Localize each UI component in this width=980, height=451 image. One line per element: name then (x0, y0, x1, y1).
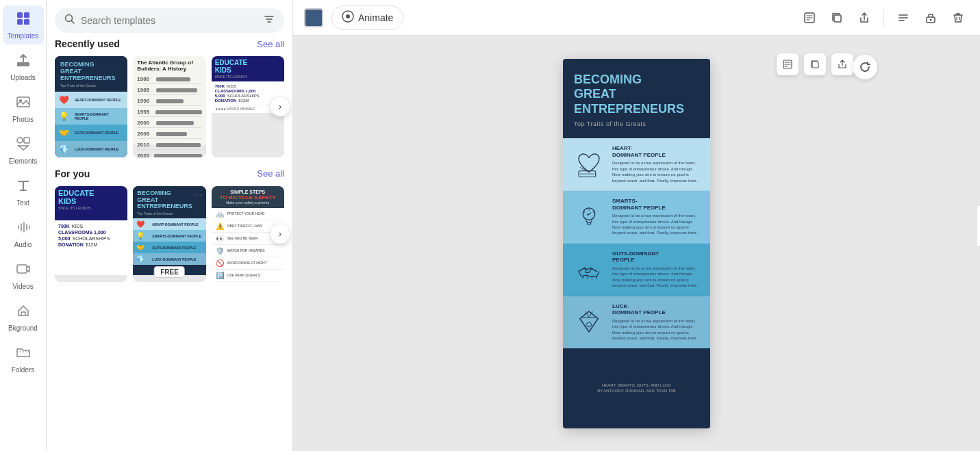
for-you-header: For you See all (55, 168, 284, 179)
panel-collapse-toggle[interactable]: ‹ (977, 205, 980, 246)
photos-icon (16, 94, 31, 113)
search-bar (47, 0, 292, 38)
filter-icon[interactable] (264, 14, 275, 27)
infographic-section-heart-text: HEART-DOMINANT PEOPLE Designed to be a t… (612, 145, 702, 183)
free-badge: FREE (154, 266, 185, 278)
handshake-icon (571, 252, 607, 287)
for-you-section: For you See all EDUCATEKIDS SINCE ITS LA… (47, 168, 292, 293)
svg-rect-2 (17, 19, 23, 25)
more-options-icon[interactable]: ⋯ (192, 190, 202, 201)
section-guts-body: Designed to be a true expression of the … (612, 266, 702, 289)
section-smarts-title: SMARTS-DOMINANT PEOPLE (612, 198, 702, 211)
svg-marker-22 (581, 311, 597, 318)
refresh-button[interactable] (853, 55, 877, 79)
template-card-educate-foryou[interactable]: EDUCATEKIDS SINCE ITS LAUNCH... 700K KID… (55, 186, 127, 282)
svg-rect-1 (24, 12, 29, 18)
canvas-toolbar: Animate (293, 0, 980, 36)
infographic-subtitle: Top Traits of the Greats (574, 120, 699, 127)
sidebar-item-text[interactable]: Text (3, 172, 44, 211)
sidebar-item-audio[interactable]: Audio (3, 214, 44, 253)
svg-rect-4 (17, 62, 29, 66)
card-duplicate-btn[interactable] (804, 53, 826, 75)
svg-rect-3 (24, 19, 29, 25)
template-card-atlantic[interactable]: The Atlantic Group ofBuilders: A History… (133, 56, 205, 157)
template-card-entrepreneurs-recent[interactable]: BECOMINGGREATENTREPRENEURS Top Traits of… (55, 56, 127, 157)
svg-marker-21 (580, 311, 598, 332)
canvas-content: BECOMING GREAT ENTREPRENEURS Top Traits … (293, 36, 980, 451)
section-smarts-body: Designed to be a true expression of the … (612, 213, 702, 236)
audio-icon (16, 220, 31, 238)
notes-button[interactable] (799, 7, 820, 29)
search-input-wrapper[interactable] (55, 8, 284, 33)
card-share-btn[interactable] (831, 53, 853, 75)
template-card-entrepreneurs-foryou[interactable]: ⋯ BECOMINGGREATENTREPRENEURS Top Traits … (133, 186, 205, 282)
sidebar-item-templates[interactable]: Templates (3, 5, 44, 44)
section-guts-title: GUTS-DOMINANTPEOPLE (612, 250, 702, 263)
sidebar-item-photos[interactable]: Photos (3, 89, 44, 128)
infographic-section-luck: LUCK-DOMINANT PEOPLE Designed to be a tr… (563, 296, 710, 349)
sidebar-item-folders[interactable]: Folders (3, 339, 44, 378)
recently-used-row: BECOMINGGREATENTREPRENEURS Top Traits of… (55, 56, 284, 157)
section-luck-body: Designed to be a true expression of the … (612, 318, 702, 342)
sidebar-item-folders-label: Folders (12, 366, 34, 374)
sidebar-item-templates-label: Templates (8, 32, 39, 40)
sidebar-item-background[interactable]: Bkground (3, 298, 44, 337)
infographic-section-luck-text: LUCK-DOMINANT PEOPLE Designed to be a tr… (612, 303, 702, 342)
search-input[interactable] (81, 15, 258, 26)
bulb-icon (571, 199, 607, 235)
lock-button[interactable] (920, 7, 942, 29)
sidebar: Templates Uploads Photos (0, 0, 47, 451)
sidebar-item-uploads[interactable]: Uploads (3, 47, 44, 86)
background-icon (16, 303, 31, 322)
sidebar-item-text-label: Text (16, 199, 29, 207)
sidebar-item-videos[interactable]: Videos (3, 256, 44, 295)
sidebar-item-elements[interactable]: Elements (3, 131, 44, 170)
for-you-see-all[interactable]: See all (257, 168, 284, 179)
diamond-icon (571, 304, 607, 339)
recently-used-header: Recently used See all (55, 38, 284, 49)
for-you-row: EDUCATEKIDS SINCE ITS LAUNCH... 700K KID… (55, 186, 284, 282)
animate-label: Animate (358, 12, 393, 23)
for-you-carousel-next[interactable]: › (271, 224, 290, 244)
sidebar-item-audio-label: Audio (14, 241, 32, 249)
sidebar-item-bkground-label: Bkground (8, 324, 38, 333)
svg-rect-0 (17, 12, 23, 18)
share-button[interactable] (853, 7, 875, 29)
elements-icon (16, 136, 31, 155)
card-notes-btn[interactable] (777, 53, 799, 75)
infographic-header: BECOMING GREAT ENTREPRENEURS Top Traits … (563, 59, 710, 139)
infographic-card[interactable]: BECOMING GREAT ENTREPRENEURS Top Traits … (563, 59, 710, 428)
canvas-area: Animate (293, 0, 980, 451)
svg-point-16 (930, 18, 932, 21)
folders-icon (16, 345, 31, 363)
infographic-section-smarts-text: SMARTS-DOMINANT PEOPLE Designed to be a … (612, 198, 702, 236)
templates-panel: Recently used See all BECOMINGGREATENTRE… (47, 0, 293, 451)
recently-used-title: Recently used (55, 38, 120, 49)
infographic-section-guts: GUTS-DOMINANTPEOPLE Designed to be a tru… (563, 244, 710, 296)
animate-button[interactable]: Animate (331, 5, 403, 30)
infographic-section-guts-text: GUTS-DOMINANTPEOPLE Designed to be a tru… (612, 250, 702, 289)
videos-icon (16, 261, 31, 280)
infographic-section-heart: HEART-DOMINANT PEOPLE Designed to be a t… (563, 138, 710, 191)
section-heart-title: HEART-DOMINANT PEOPLE (612, 145, 702, 158)
templates-icon (16, 11, 31, 29)
svg-rect-9 (17, 265, 27, 273)
svg-rect-18 (812, 62, 818, 68)
color-swatch[interactable] (304, 8, 323, 27)
recently-used-see-all[interactable]: See all (257, 39, 284, 49)
card-floating-actions (777, 53, 853, 75)
format-button[interactable] (892, 7, 914, 29)
recently-used-carousel-next[interactable]: › (271, 97, 290, 116)
footer-line1: HEART, SMARTS, GUTS, AND LUCK (571, 383, 702, 387)
sidebar-item-uploads-label: Uploads (10, 74, 36, 82)
svg-rect-8 (24, 138, 29, 143)
delete-button[interactable] (947, 7, 969, 29)
section-luck-title: LUCK-DOMINANT PEOPLE (612, 303, 702, 316)
animate-icon (342, 10, 354, 25)
svg-point-12 (346, 14, 350, 18)
for-you-title: For you (55, 168, 90, 179)
sidebar-item-videos-label: Videos (12, 283, 33, 291)
copy-button[interactable] (826, 7, 848, 29)
sidebar-item-photos-label: Photos (12, 116, 34, 124)
search-icon (64, 14, 75, 27)
